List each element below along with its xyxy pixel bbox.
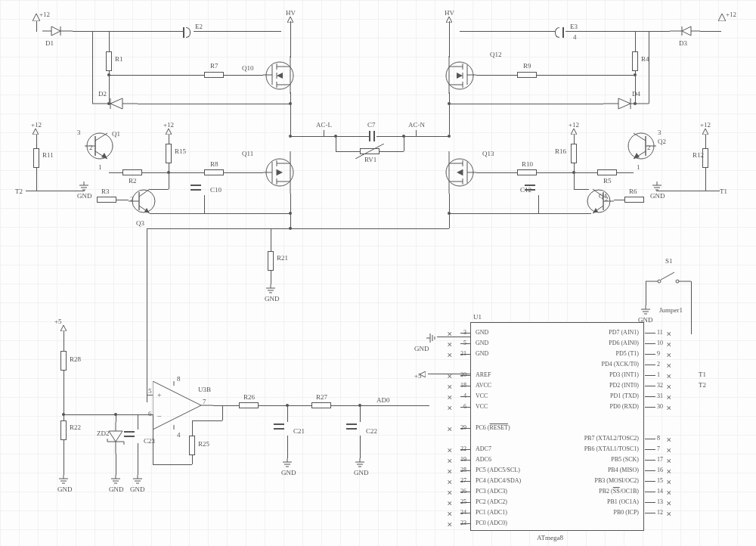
svg-text:+: + <box>157 391 162 399</box>
wire <box>290 92 291 135</box>
ref-label: E3 <box>570 23 578 30</box>
wire <box>290 228 449 229</box>
svg-point-139 <box>676 280 679 283</box>
chip-pin-mark: ⨯ <box>447 425 453 433</box>
chip-pin <box>645 439 655 439</box>
wire <box>109 31 110 51</box>
chip-pin-num: 5 <box>463 340 466 346</box>
svg-marker-107 <box>109 431 122 442</box>
svg-marker-74 <box>457 169 463 175</box>
chip-pin-mark: ⨯ <box>447 467 453 475</box>
chip-pin <box>645 396 655 397</box>
wire <box>449 92 450 135</box>
chip-pin-num: 17 <box>657 456 663 463</box>
wire <box>192 420 222 421</box>
net-label: +12 <box>700 121 711 129</box>
chip-pin-num: 27 <box>460 477 466 484</box>
wire <box>64 331 64 351</box>
gnd-label: GND <box>354 469 369 476</box>
chip-pin-num: 30 <box>657 403 663 410</box>
ref-label: Q1 <box>112 130 120 138</box>
ref-label: Q2 <box>658 138 666 145</box>
pin-3: 3 <box>77 129 81 136</box>
chip-pin-num: 16 <box>657 467 663 473</box>
chip-pin-name: PC4 (ADC4/SDA) <box>476 477 521 484</box>
chip-pin-mark: ⨯ <box>447 404 453 411</box>
wire <box>116 454 116 475</box>
junction <box>107 73 110 76</box>
chip-pin-num: 28 <box>460 467 466 473</box>
chip-pin-mark: ⨯ <box>666 478 672 486</box>
chip-pin-mark: ⨯ <box>666 446 672 454</box>
ref-label: Q13 <box>482 150 494 157</box>
svg-marker-56 <box>277 169 283 175</box>
junction <box>289 227 292 230</box>
mosfet-Q11 <box>263 151 298 195</box>
net-label: AD0 <box>376 396 390 404</box>
ref-label: D4 <box>632 90 640 98</box>
pin-6: 6 <box>148 410 152 417</box>
wire <box>64 440 64 475</box>
ref-label: D3 <box>679 39 687 47</box>
wire <box>336 136 336 151</box>
chip-pin <box>645 333 655 333</box>
ref-label: C22 <box>366 427 377 435</box>
gnd-label: GND <box>57 486 73 493</box>
chip-pin-num: 11 <box>657 329 663 336</box>
chip-pin <box>645 354 655 355</box>
chip-pin-mark: ⨯ <box>447 446 453 454</box>
wire <box>109 172 122 173</box>
net-label: +12 <box>39 11 50 18</box>
wire <box>416 130 417 136</box>
junction <box>448 212 451 215</box>
resistor-R1 <box>106 51 112 71</box>
mosfet-Q12 <box>442 56 476 95</box>
wire <box>649 31 649 104</box>
net-label: HV <box>445 9 454 17</box>
ref-label: U3B <box>198 386 211 393</box>
wire <box>290 136 369 137</box>
chip-pin-num: 13 <box>657 498 663 505</box>
resistor-R8 <box>204 169 224 175</box>
resistor-R3 <box>97 197 116 203</box>
chip-pin-num: 6 <box>463 403 466 410</box>
resistor-R15 <box>166 144 172 163</box>
resistor-R10 <box>517 169 537 175</box>
wire <box>92 31 93 104</box>
svg-line-138 <box>661 272 674 280</box>
chip-pin-name: PD2 (INT0) <box>609 382 639 389</box>
resistor-R16 <box>571 144 577 163</box>
wire <box>449 213 591 214</box>
ref-label: R28 <box>70 355 81 363</box>
ref-label: R8 <box>210 160 218 168</box>
wire <box>222 405 223 420</box>
chip-pin-num: 26 <box>460 488 466 495</box>
chip-pin-name: PD7 (AIN1) <box>609 329 639 336</box>
svg-marker-30 <box>457 73 463 79</box>
chip-pin-name: GND <box>476 329 488 336</box>
svg-marker-41 <box>166 129 172 135</box>
wire <box>574 189 589 190</box>
chip-pin-name: ADC7 <box>476 445 491 452</box>
ref-label: R25 <box>198 440 209 448</box>
wire <box>73 31 183 32</box>
chip-pin-mark: ⨯ <box>666 404 672 411</box>
wire <box>224 75 263 76</box>
chip-pin-num: 32 <box>657 382 663 389</box>
diode-D3 <box>670 25 700 39</box>
pin-3: 3 <box>658 129 662 136</box>
ref-label: R4 <box>641 55 649 63</box>
svg-marker-58 <box>571 129 577 135</box>
wire <box>404 136 404 151</box>
chip-pin-name: PB4 (MISO) <box>608 467 639 473</box>
ref-label: R5 <box>603 177 612 185</box>
ref-label: Q12 <box>490 51 502 58</box>
gnd-symbol <box>282 458 293 469</box>
junction <box>289 212 292 215</box>
wire <box>36 168 37 191</box>
ref-label: C21 <box>293 427 305 435</box>
chip-pin-num: 9 <box>657 350 660 357</box>
wire <box>386 405 429 406</box>
chip-pin-mark: ⨯ <box>666 361 672 369</box>
gnd-label: GND <box>130 486 145 493</box>
